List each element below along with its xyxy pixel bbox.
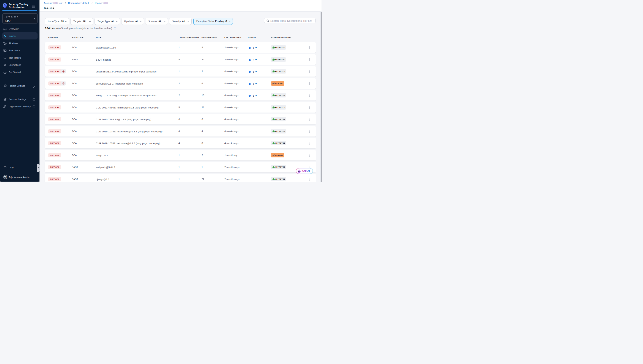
svg-text:?: ?: [4, 166, 5, 167]
